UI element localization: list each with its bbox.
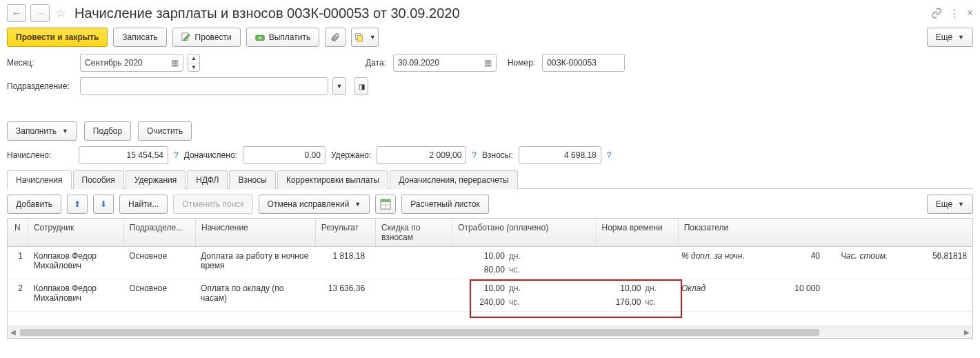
tab-contributions[interactable]: Взносы — [229, 170, 275, 189]
pay-button[interactable]: Выплатить — [246, 28, 320, 47]
th-result[interactable]: Результат — [316, 219, 376, 246]
record-button[interactable]: Записать — [113, 28, 166, 47]
accruals-table: N Сотрудник Подразделе... Начисление Рез… — [7, 218, 973, 339]
chevron-down-icon: ▼ — [370, 34, 376, 41]
th-employee[interactable]: Сотрудник — [28, 219, 124, 246]
tab-ndfl[interactable]: НДФЛ — [187, 170, 228, 189]
contrib-label: Взносы: — [482, 150, 513, 160]
division-dropdown-button[interactable]: ▼ — [332, 77, 346, 95]
payslip-button[interactable]: Расчетный листок — [401, 195, 488, 214]
accrued-label: Начислено: — [7, 150, 73, 160]
extra-accrued-label: Доначислено: — [184, 150, 237, 160]
find-button[interactable]: Найти... — [119, 195, 168, 214]
help-icon[interactable]: ? — [472, 150, 477, 160]
division-open-button[interactable]: ◨ — [354, 77, 368, 95]
help-icon[interactable]: ? — [607, 150, 612, 160]
move-down-button[interactable]: ⬇ — [93, 195, 114, 214]
link-icon[interactable] — [931, 8, 942, 19]
month-label: Месяц: — [7, 58, 73, 68]
month-input[interactable]: Сентябрь 2020 ▦ — [80, 54, 183, 72]
fill-button[interactable]: Заполнить▼ — [7, 121, 77, 141]
division-input[interactable] — [80, 77, 328, 95]
post-and-close-button[interactable]: Провести и закрыть — [7, 28, 108, 47]
pick-button[interactable]: Подбор — [84, 121, 131, 141]
tab-pay-corrections[interactable]: Корректировки выплаты — [277, 170, 388, 189]
calendar-icon[interactable]: ▦ — [171, 58, 179, 68]
attachment-button[interactable] — [325, 28, 346, 47]
calendar-icon[interactable]: ▦ — [484, 58, 492, 68]
paperclip-icon — [330, 32, 340, 42]
contrib-value[interactable]: 4 698,18 — [519, 146, 601, 164]
number-label: Номер: — [508, 58, 535, 68]
post-button[interactable]: Провести — [172, 28, 241, 47]
chevron-down-icon: ▼ — [354, 201, 361, 208]
move-up-button[interactable]: ⬆ — [67, 195, 88, 214]
number-input[interactable]: 00ЗК-000053 — [542, 54, 625, 72]
add-row-button[interactable]: Добавить — [7, 195, 61, 214]
th-n[interactable]: N — [8, 219, 28, 246]
table-header: N Сотрудник Подразделе... Начисление Рез… — [8, 219, 972, 247]
chevron-down-icon: ▼ — [62, 128, 68, 135]
more-button[interactable]: Еще▼ — [927, 28, 973, 47]
more-button-sub[interactable]: Еще▼ — [927, 195, 973, 214]
th-accrual[interactable]: Начисление — [196, 219, 316, 246]
nav-forward-button[interactable]: → — [30, 4, 50, 22]
extra-accrued-value[interactable]: 0,00 — [243, 146, 326, 164]
th-discount[interactable]: Скидка по взносам — [376, 219, 452, 246]
table-green-icon — [380, 199, 391, 210]
pay-icon — [255, 32, 265, 42]
tab-benefits[interactable]: Пособия — [73, 170, 124, 189]
extra-menu-button[interactable]: ▼ — [351, 28, 379, 47]
tab-recalculations[interactable]: Доначисления, перерасчеты — [390, 170, 517, 189]
division-label: Подразделение: — [7, 81, 73, 91]
date-input[interactable]: 30.09.2020 ▦ — [393, 54, 497, 72]
nav-back-button[interactable]: ← — [7, 4, 26, 22]
doc-stack-icon — [354, 32, 364, 42]
page-title: Начисление зарплаты и взносов 00ЗК-00005… — [74, 6, 927, 21]
svg-rect-4 — [357, 35, 362, 41]
close-icon[interactable]: × — [967, 7, 973, 19]
th-norm[interactable]: Норма времени — [597, 219, 679, 246]
th-indicators[interactable]: Показатели — [679, 219, 972, 246]
cancel-corrections-button[interactable]: Отмена исправлений▼ — [259, 195, 370, 214]
withheld-label: Удержано: — [331, 150, 371, 160]
date-label: Дата: — [366, 58, 386, 68]
tab-withholdings[interactable]: Удержания — [126, 170, 186, 189]
tab-accruals[interactable]: Начисления — [7, 170, 72, 189]
svg-point-2 — [259, 37, 261, 39]
kebab-menu-icon[interactable]: ⋮ — [949, 7, 960, 20]
help-icon[interactable]: ? — [174, 150, 179, 160]
th-worked[interactable]: Отработано (оплачено) — [452, 219, 596, 246]
horizontal-scrollbar[interactable]: ◀ ▶ — [8, 326, 972, 338]
table-row[interactable]: 2 Колпаков Федор Михайлович Основное Опл… — [8, 279, 972, 312]
post-icon — [181, 32, 191, 42]
th-division[interactable]: Подразделе... — [124, 219, 196, 246]
table-settings-button[interactable] — [375, 195, 396, 214]
table-row[interactable]: 1 Колпаков Федор Михайлович Основное Доп… — [8, 247, 972, 279]
withheld-value[interactable]: 2 009,00 — [377, 146, 466, 164]
favorite-star-icon[interactable]: ☆ — [54, 6, 68, 20]
cancel-search-button: Отменить поиск — [173, 195, 252, 214]
chevron-down-icon: ▼ — [958, 201, 964, 208]
clear-button[interactable]: Очистить — [138, 121, 192, 141]
chevron-down-icon: ▼ — [958, 34, 964, 41]
month-spinner[interactable]: ▲▼ — [188, 54, 200, 72]
accrued-value[interactable]: 15 454,54 — [79, 146, 168, 164]
